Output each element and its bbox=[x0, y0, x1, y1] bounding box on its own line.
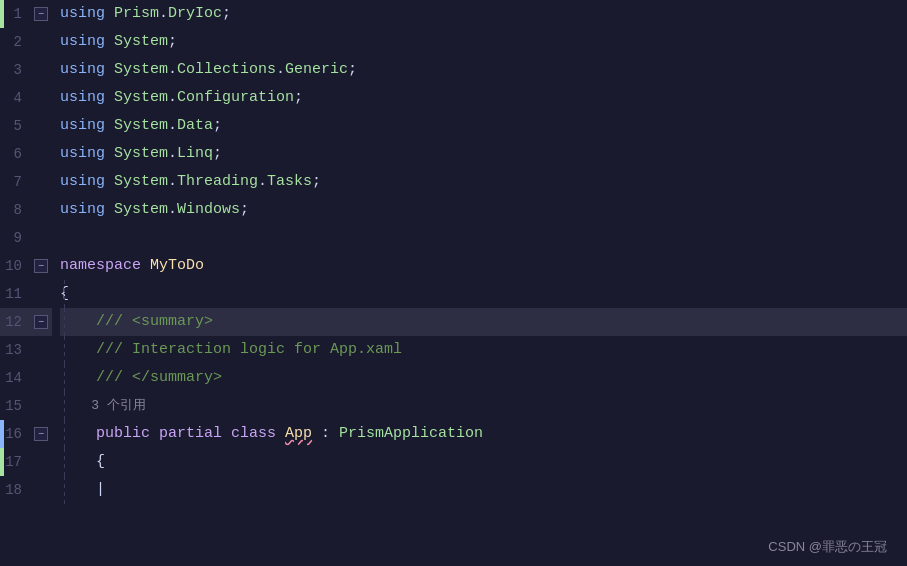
line-text: using Prism.DryIoc; bbox=[60, 0, 231, 28]
code-line: using System.Configuration; bbox=[60, 84, 907, 112]
token: PrismApplication bbox=[339, 425, 483, 442]
token: Tasks bbox=[267, 173, 312, 190]
token: System bbox=[114, 89, 168, 106]
line-indicator bbox=[30, 364, 52, 392]
line-number: 2 bbox=[0, 28, 30, 56]
line-text: namespace MyToDo bbox=[60, 252, 204, 280]
line-text: using System.Windows; bbox=[60, 196, 249, 224]
token: /// Interaction logic for App.xaml bbox=[60, 341, 402, 358]
token: System bbox=[114, 173, 168, 190]
token: /// </summary> bbox=[60, 369, 222, 386]
code-line: using System.Data; bbox=[60, 112, 907, 140]
line-number: 13 bbox=[0, 336, 30, 364]
line-text: using System.Linq; bbox=[60, 140, 222, 168]
line-number: 17 bbox=[0, 448, 30, 476]
gutter-row: 18 bbox=[0, 476, 52, 504]
gutter-row: 9 bbox=[0, 224, 52, 252]
indent-guide bbox=[64, 280, 65, 308]
code-line: using Prism.DryIoc; bbox=[60, 0, 907, 28]
token: . bbox=[168, 201, 177, 218]
token: MyToDo bbox=[150, 257, 204, 274]
token: ; bbox=[168, 33, 177, 50]
gutter-row: 2 bbox=[0, 28, 52, 56]
gutter-row: 17 bbox=[0, 448, 52, 476]
indent-guide bbox=[64, 420, 65, 448]
collapse-icon[interactable]: − bbox=[34, 427, 48, 441]
line-number: 1 bbox=[0, 0, 30, 28]
token: using bbox=[60, 173, 114, 190]
line-indicator bbox=[30, 448, 52, 476]
code-lines: using Prism.DryIoc;using System;using Sy… bbox=[52, 0, 907, 566]
line-indicator bbox=[30, 280, 52, 308]
line-number: 5 bbox=[0, 112, 30, 140]
collapse-icon[interactable]: − bbox=[34, 315, 48, 329]
line-number: 16 bbox=[0, 420, 30, 448]
indent-guide bbox=[64, 308, 65, 336]
token: : bbox=[312, 425, 339, 442]
token: ; bbox=[240, 201, 249, 218]
token: Prism bbox=[114, 5, 159, 22]
collapse-icon[interactable]: − bbox=[34, 7, 48, 21]
token: System bbox=[114, 201, 168, 218]
line-indicator[interactable]: − bbox=[30, 0, 52, 28]
line-indicator bbox=[30, 476, 52, 504]
code-line: using System.Collections.Generic; bbox=[60, 56, 907, 84]
gutter-row: 1− bbox=[0, 0, 52, 28]
gutter-row: 6 bbox=[0, 140, 52, 168]
token: using bbox=[60, 5, 114, 22]
line-indicator bbox=[30, 112, 52, 140]
line-indicator bbox=[30, 392, 52, 420]
gutter-row: 16− bbox=[0, 420, 52, 448]
line-indicator bbox=[30, 56, 52, 84]
token: using bbox=[60, 61, 114, 78]
line-text: 3 个引用 bbox=[60, 392, 146, 420]
line-number: 9 bbox=[0, 224, 30, 252]
code-line: using System.Threading.Tasks; bbox=[60, 168, 907, 196]
token: ; bbox=[348, 61, 357, 78]
code-line: { bbox=[60, 448, 907, 476]
token: . bbox=[258, 173, 267, 190]
indent-guide bbox=[64, 364, 65, 392]
line-indicator bbox=[30, 168, 52, 196]
token: public bbox=[96, 425, 159, 442]
line-number: 15 bbox=[0, 392, 30, 420]
line-number: 11 bbox=[0, 280, 30, 308]
token: ; bbox=[213, 117, 222, 134]
indent-guide bbox=[64, 392, 65, 420]
line-number: 14 bbox=[0, 364, 30, 392]
token: App bbox=[285, 425, 312, 442]
token: partial bbox=[159, 425, 231, 442]
line-indicator[interactable]: − bbox=[30, 308, 52, 336]
line-number: 12 bbox=[0, 308, 30, 336]
code-line: public partial class App : PrismApplicat… bbox=[60, 420, 907, 448]
watermark: CSDN @罪恶の王冠 bbox=[768, 538, 887, 556]
code-line: using System; bbox=[60, 28, 907, 56]
line-text: /// Interaction logic for App.xaml bbox=[60, 336, 402, 364]
line-number: 10 bbox=[0, 252, 30, 280]
line-indicator[interactable]: − bbox=[30, 252, 52, 280]
gutter-row: 7 bbox=[0, 168, 52, 196]
line-text: { bbox=[60, 448, 105, 476]
collapse-icon[interactable]: − bbox=[34, 259, 48, 273]
token: using bbox=[60, 145, 114, 162]
line-text: /// </summary> bbox=[60, 364, 222, 392]
token: using bbox=[60, 117, 114, 134]
token: Generic bbox=[285, 61, 348, 78]
token: | bbox=[60, 481, 105, 498]
line-indicator[interactable]: − bbox=[30, 420, 52, 448]
token: . bbox=[168, 89, 177, 106]
code-line: | bbox=[60, 476, 907, 504]
token: using bbox=[60, 89, 114, 106]
token: System bbox=[114, 145, 168, 162]
line-indicator bbox=[30, 28, 52, 56]
code-line: /// </summary> bbox=[60, 364, 907, 392]
line-number: 18 bbox=[0, 476, 30, 504]
token: ; bbox=[222, 5, 231, 22]
code-line bbox=[60, 224, 907, 252]
line-text: using System; bbox=[60, 28, 177, 56]
line-number: 7 bbox=[0, 168, 30, 196]
token: ; bbox=[312, 173, 321, 190]
token: System bbox=[114, 61, 168, 78]
token: Collections bbox=[177, 61, 276, 78]
gutter-row: 5 bbox=[0, 112, 52, 140]
